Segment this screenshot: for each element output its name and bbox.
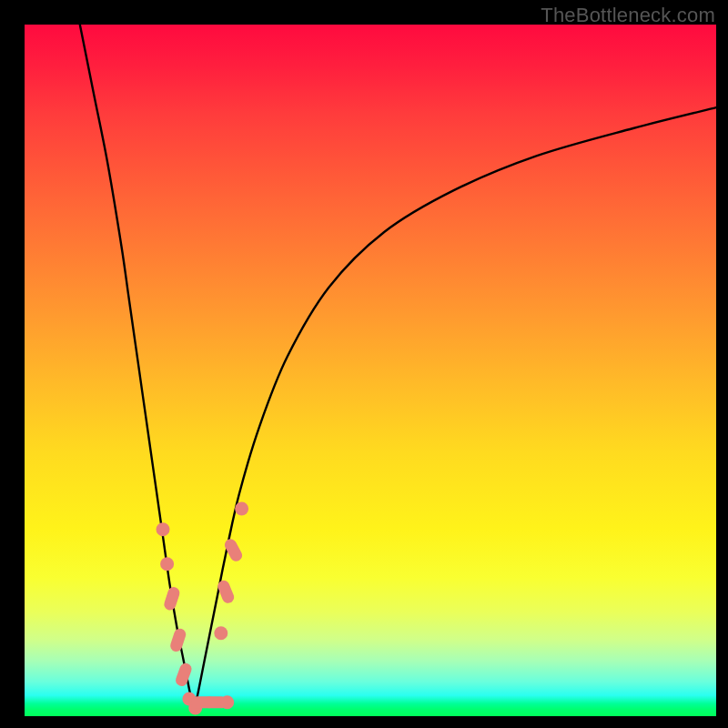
marker-9 xyxy=(220,695,234,709)
marker-0 xyxy=(157,522,170,536)
chart-svg xyxy=(25,25,716,716)
marker-2 xyxy=(163,585,181,612)
marker-3 xyxy=(169,627,187,653)
outer-frame: TheBottleneck.com xyxy=(0,0,728,728)
plot-area xyxy=(25,25,716,716)
curve-left-branch xyxy=(80,25,194,709)
marker-4 xyxy=(174,662,193,688)
marker-1 xyxy=(160,557,174,571)
marker-group xyxy=(157,502,249,715)
marker-13 xyxy=(235,502,248,516)
marker-10 xyxy=(214,626,228,640)
curve-right-branch xyxy=(194,107,716,709)
watermark-text: TheBottleneck.com xyxy=(541,4,715,27)
